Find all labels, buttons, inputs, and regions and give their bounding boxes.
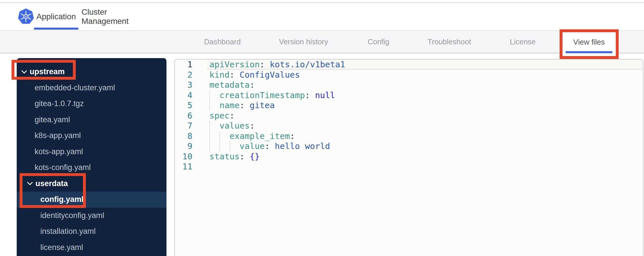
code-line-2: 2kind: ConfigValues bbox=[175, 70, 643, 80]
code-token: kots.io/v1beta1 bbox=[265, 60, 345, 69]
code-token: example_item bbox=[209, 131, 290, 141]
nav-item-label: Version history bbox=[279, 37, 328, 46]
header-tab-cluster-management[interactable]: Cluster Management bbox=[82, 3, 143, 30]
kubernetes-logo-icon bbox=[18, 9, 34, 25]
line-number: 6 bbox=[175, 111, 192, 121]
app-nav-bar: DashboardVersion historyConfigTroublesho… bbox=[0, 31, 644, 54]
file-label: gitea-1.0.7.tgz bbox=[35, 99, 84, 108]
code-text: creationTimestamp: null bbox=[209, 90, 335, 101]
code-line-9: 9 value: hello world bbox=[175, 141, 643, 152]
line-number: 1 bbox=[175, 60, 192, 70]
tree-item-upstream[interactable]: upstream bbox=[17, 64, 166, 80]
header-tab-label: Cluster Management bbox=[82, 7, 143, 26]
code-token: hello world bbox=[270, 141, 330, 151]
tree-item-identityconfig-yaml[interactable]: identityconfig.yaml bbox=[17, 208, 166, 224]
tree-item-config-yaml[interactable]: config.yaml bbox=[17, 192, 166, 208]
code-token: {} bbox=[245, 152, 260, 161]
code-token: : bbox=[290, 131, 295, 141]
code-text: kind: ConfigValues bbox=[209, 70, 300, 80]
header-bar: ApplicationCluster Management bbox=[0, 3, 644, 31]
code-token: gitea bbox=[245, 100, 275, 110]
code-token: : bbox=[250, 121, 255, 131]
header-tab-label: Application bbox=[37, 12, 76, 21]
line-number: 8 bbox=[175, 131, 192, 142]
code-token: : bbox=[260, 60, 265, 69]
nav-item-label: View files bbox=[573, 38, 605, 47]
code-token: : bbox=[240, 100, 245, 110]
code-editor[interactable]: 1apiVersion: kots.io/v1beta12kind: Confi… bbox=[174, 59, 643, 256]
chevron-down-icon bbox=[21, 70, 27, 74]
code-line-1: 1apiVersion: kots.io/v1beta1 bbox=[175, 60, 643, 70]
code-text: status: {} bbox=[209, 152, 260, 162]
file-label: embedded-cluster.yaml bbox=[35, 83, 115, 92]
code-token: : bbox=[240, 152, 245, 161]
tree-item-k8s-app-yaml[interactable]: k8s-app.yaml bbox=[17, 128, 166, 144]
line-number: 2 bbox=[175, 70, 192, 80]
line-number: 4 bbox=[175, 90, 192, 101]
nav-item-troubleshoot[interactable]: Troubleshoot bbox=[428, 31, 471, 53]
file-label: license.yaml bbox=[40, 243, 83, 252]
code-token: : bbox=[230, 70, 234, 80]
code-token: metadata bbox=[209, 80, 250, 90]
tree-item-gitea-yaml[interactable]: gitea.yaml bbox=[17, 112, 166, 128]
file-tree-sidebar: upstreamembedded-cluster.yamlgitea-1.0.7… bbox=[17, 58, 166, 256]
tree-item-userdata[interactable]: userdata bbox=[17, 176, 166, 192]
file-label: config.yaml bbox=[40, 195, 84, 204]
code-token: null bbox=[310, 90, 335, 100]
tree-item-embedded-cluster-yaml[interactable]: embedded-cluster.yaml bbox=[17, 80, 166, 96]
tree-item-license-yaml[interactable]: license.yaml bbox=[17, 240, 166, 256]
code-line-10: 10status: {} bbox=[175, 152, 643, 162]
nav-item-label: License bbox=[510, 37, 536, 46]
file-label: k8s-app.yaml bbox=[35, 131, 81, 140]
line-number: 10 bbox=[175, 152, 192, 162]
nav-item-license[interactable]: License bbox=[510, 31, 536, 53]
line-number: 7 bbox=[175, 121, 192, 131]
nav-item-label: Dashboard bbox=[204, 37, 240, 46]
code-text: apiVersion: kots.io/v1beta1 bbox=[209, 60, 345, 70]
code-text: spec: bbox=[209, 111, 234, 121]
code-token: ConfigValues bbox=[234, 70, 300, 80]
header-tab-application[interactable]: Application bbox=[34, 3, 78, 30]
file-label: kots-app.yaml bbox=[35, 147, 83, 156]
folder-label: userdata bbox=[35, 179, 68, 188]
kubernetes-logo[interactable] bbox=[18, 9, 34, 25]
code-token: : bbox=[305, 90, 310, 100]
code-line-4: 4 creationTimestamp: null bbox=[175, 90, 643, 101]
code-line-11: 11 bbox=[175, 162, 643, 172]
code-token: creationTimestamp bbox=[209, 90, 305, 100]
code-token: status bbox=[209, 152, 240, 161]
code-line-5: 5 name: gitea bbox=[175, 100, 643, 111]
code-text: metadata: bbox=[209, 80, 255, 90]
code-text: values: bbox=[209, 121, 255, 131]
code-line-6: 6spec: bbox=[175, 111, 643, 121]
code-token: value bbox=[209, 141, 265, 151]
line-number: 9 bbox=[175, 141, 192, 152]
code-text: value: hello world bbox=[209, 141, 330, 152]
code-line-3: 3metadata: bbox=[175, 80, 643, 90]
tree-item-kots-app-yaml[interactable]: kots-app.yaml bbox=[17, 144, 166, 160]
nav-item-view-files[interactable]: View files bbox=[562, 31, 616, 54]
code-token: apiVersion bbox=[209, 60, 260, 69]
nav-item-dashboard[interactable]: Dashboard bbox=[204, 31, 240, 53]
file-label: kots-config.yaml bbox=[35, 163, 91, 172]
folder-label: upstream bbox=[30, 67, 65, 76]
line-number: 11 bbox=[175, 162, 192, 172]
code-token: name bbox=[209, 100, 240, 110]
file-label: installation.yaml bbox=[40, 227, 96, 236]
code-token: spec bbox=[209, 111, 230, 121]
code-text: example_item: bbox=[209, 131, 295, 142]
code-token: : bbox=[250, 80, 255, 90]
nav-item-label: Config bbox=[368, 37, 389, 46]
code-token: kind bbox=[209, 70, 230, 80]
code-line-8: 8 example_item: bbox=[175, 131, 643, 142]
tree-item-gitea-1-0-7-tgz[interactable]: gitea-1.0.7.tgz bbox=[17, 96, 166, 112]
file-label: gitea.yaml bbox=[35, 115, 70, 124]
line-number: 5 bbox=[175, 100, 192, 111]
line-number: 3 bbox=[175, 80, 192, 90]
code-token: : bbox=[265, 141, 270, 151]
tree-item-installation-yaml[interactable]: installation.yaml bbox=[17, 223, 166, 240]
nav-item-version-history[interactable]: Version history bbox=[279, 31, 328, 53]
nav-item-config[interactable]: Config bbox=[368, 31, 389, 53]
tree-item-kots-config-yaml[interactable]: kots-config.yaml bbox=[17, 160, 166, 176]
code-token: values bbox=[209, 121, 250, 131]
